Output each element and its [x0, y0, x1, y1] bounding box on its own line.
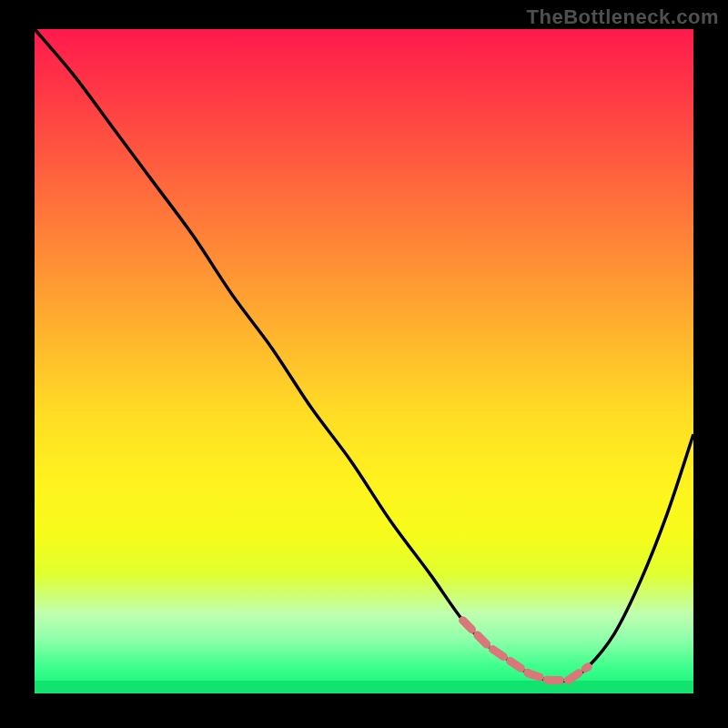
chart-container: TheBottleneck.com: [0, 0, 728, 728]
bottleneck-curve: [35, 29, 693, 682]
curve-layer: [35, 29, 693, 693]
plot-area: [35, 29, 693, 693]
watermark-text: TheBottleneck.com: [527, 5, 719, 29]
optimal-band-marker: [463, 621, 589, 681]
